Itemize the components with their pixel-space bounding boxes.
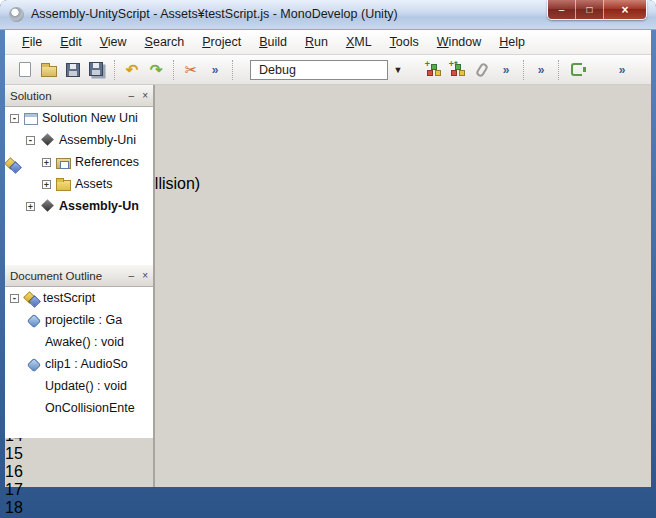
toolbar-overflow-button[interactable]: » [203,58,227,82]
cut-button[interactable]: ✂ [179,58,203,82]
outline-item-label: Update() : void [45,379,127,393]
expand-expander-icon[interactable]: + [26,202,35,211]
field-icon [26,313,41,327]
sidebar: Solution ‒ × -Solution New Uni-Assembly-… [5,85,155,487]
outline-item-update-void[interactable]: Update() : void [5,375,153,397]
menu-run[interactable]: Run [296,32,337,52]
document-outline-title: Document Outline [10,270,102,282]
toolbar-separator [558,60,559,80]
menu-bar: FileEditViewSearchProjectBuildRunXMLTool… [5,30,651,55]
menu-build[interactable]: Build [250,32,296,52]
solution-pad: Solution ‒ × -Solution New Uni-Assembly-… [5,85,153,265]
outline-item-projectile-ga[interactable]: projectile : Ga [5,309,153,331]
menu-project[interactable]: Project [193,32,250,52]
solution-item-label: Solution New Uni [42,111,138,125]
outline-item-label: Awake() : void [45,335,124,349]
pad-close-button[interactable]: × [142,270,148,281]
attach-file-button[interactable] [470,58,494,82]
toolbar: ↶ ↷ ✂ » Debug ▼ + +* » » » [5,55,651,85]
redo-button[interactable]: ↷ [144,58,168,82]
pad-minimize-button[interactable]: ‒ [129,90,135,101]
solution-item-assembly-un[interactable]: +Assembly-Un [5,195,153,217]
outline-item-testscript[interactable]: -testScript [5,287,153,309]
new-file-button[interactable] [13,58,37,82]
menu-window[interactable]: Window [428,32,490,52]
solution-pad-title: Solution [10,90,52,102]
outline-item-label: testScript [43,291,95,305]
toolbar-overflow-button-4[interactable]: » [610,58,634,82]
solution-item-label: Assembly-Uni [59,133,136,147]
pad-minimize-button[interactable]: ‒ [129,270,135,281]
upload-assembly-button[interactable]: + [422,58,446,82]
outline-tree: -testScriptprojectile : GaAwake() : void… [5,287,153,438]
outline-item-label: clip1 : AudioSo [45,357,128,371]
menu-tools[interactable]: Tools [381,32,428,52]
collapse-expander-icon[interactable]: - [26,136,35,145]
menu-file[interactable]: File [13,32,51,52]
toolbar-overflow-button-3[interactable]: » [529,58,553,82]
pad-close-button[interactable]: × [142,90,148,101]
solution-tree: -Solution New Uni-Assembly-Uni+Reference… [5,107,153,265]
toolbar-separator [173,60,174,80]
overflow-chevron-icon: » [503,63,510,77]
outline-item-awake-void[interactable]: Awake() : void [5,331,153,353]
title-bar[interactable]: Assembly-UnityScript - Assets¥testScript… [0,0,656,30]
toolbar-separator [523,60,524,80]
line-number: 18 [5,499,651,517]
solution-pad-header[interactable]: Solution ‒ × [5,85,153,107]
toolbar-separator [114,60,115,80]
maximize-button[interactable]: □ [576,0,604,19]
monodevelop-logo-icon [9,7,24,22]
save-all-icon [89,62,103,76]
outline-item-clip1-audioso[interactable]: clip1 : AudioSo [5,353,153,375]
menu-view[interactable]: View [91,32,136,52]
open-file-button[interactable] [37,58,61,82]
cut-icon: ✂ [185,62,198,77]
outline-item-oncollisionente[interactable]: OnCollisionEnte [5,397,153,419]
paperclip-icon [475,61,489,77]
window-title: Assembly-UnityScript - Assets¥testScript… [31,7,398,21]
menu-search[interactable]: Search [136,32,194,52]
attach-debugger-icon [571,63,582,76]
overflow-chevron-icon: » [619,63,626,77]
upload-assembly-all-button[interactable]: +* [446,58,470,82]
save-all-button[interactable] [85,58,109,82]
menu-edit[interactable]: Edit [51,32,91,52]
menu-help[interactable]: Help [490,32,534,52]
document-outline-pad: Document Outline ‒ × -testScriptprojecti… [5,265,153,438]
save-button[interactable] [61,58,85,82]
field-icon [26,357,41,371]
collapse-expander-icon[interactable]: - [10,294,19,303]
document-outline-header[interactable]: Document Outline ‒ × [5,265,153,287]
close-button[interactable]: × [604,0,646,19]
attach-debugger-button[interactable] [564,58,588,82]
blocks-add-icon: + [426,62,443,78]
expand-expander-icon[interactable]: + [42,180,51,189]
outline-item-label: OnCollisionEnte [45,401,135,415]
solution-item-label: References [75,155,139,169]
build-configuration-select[interactable]: Debug [250,60,388,80]
unity-icon [40,133,55,147]
open-file-icon [41,66,57,77]
collapse-expander-icon[interactable]: - [10,114,19,123]
blocks-star-icon: +* [450,62,467,78]
window-caption-buttons: – □ × [547,0,647,20]
solution-icon [24,113,38,125]
main-area: Solution ‒ × -Solution New Uni-Assembly-… [5,85,651,487]
toolbar-separator [232,60,233,80]
undo-button[interactable]: ↶ [120,58,144,82]
class-icon [24,291,39,305]
solution-item-assets[interactable]: +Assets [5,173,153,195]
minimize-button[interactable]: – [548,0,576,19]
overflow-chevron-icon: » [538,63,545,77]
expand-expander-icon[interactable]: + [42,158,51,167]
build-configuration-dropdown-button[interactable]: ▼ [388,60,408,80]
menu-xml[interactable]: XML [337,32,381,52]
solution-item-references[interactable]: +References [5,151,153,173]
save-icon [66,63,80,77]
toolbar-overflow-button-2[interactable]: » [494,58,518,82]
solution-item-label: Assets [75,177,113,191]
references-icon [56,158,71,169]
solution-item-assembly-uni[interactable]: -Assembly-Uni [5,129,153,151]
solution-item-solution-new-uni[interactable]: -Solution New Uni [5,107,153,129]
